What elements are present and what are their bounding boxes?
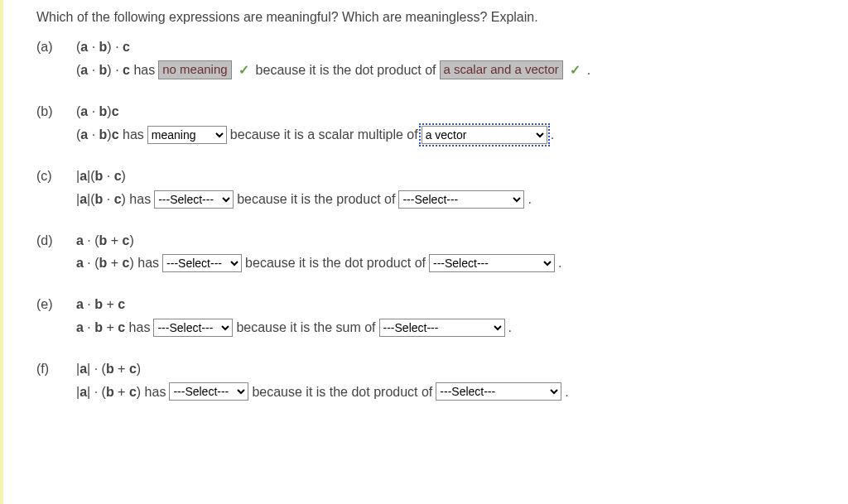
part-c-select-meaning[interactable]: ---Select---meaningno meaning [154, 190, 234, 209]
part-e-select-type[interactable]: ---Select---a scalar and a vectortwo sca… [379, 319, 505, 337]
part-d-select-meaning[interactable]: ---Select---meaningno meaning [162, 254, 242, 272]
part-c-stmt-prefix: |a|(b · c) has [76, 190, 151, 209]
part-e: (e) a · b + c a · b + c has ---Select---… [36, 295, 828, 337]
part-d-expression: a · (b + c) [76, 232, 134, 250]
part-d-mid: because it is the dot product of [245, 254, 426, 272]
part-e-select-meaning[interactable]: ---Select---meaningno meaning [153, 319, 233, 337]
check-icon: ✓ [238, 61, 249, 79]
part-f-select-meaning[interactable]: ---Select---meaningno meaning [169, 382, 248, 401]
part-d-stmt-prefix: a · (b + c) has [76, 254, 159, 272]
part-e-end: . [508, 319, 512, 337]
part-a-stmt-prefix: (a · b) · c has [76, 61, 155, 79]
part-a-end: . [587, 61, 590, 79]
part-a-answer-meaning: no meaning [158, 60, 231, 79]
part-c-label: (c) [36, 167, 76, 185]
part-f-label: (f) [36, 360, 76, 378]
part-b-end: . [551, 126, 554, 144]
part-b-select-type[interactable]: ---Select---a scalar and a vectortwo sca… [422, 126, 547, 144]
part-f-stmt-prefix: |a| · (b + c) has [76, 383, 166, 401]
part-d-select-type[interactable]: ---Select---a scalar and a vectortwo sca… [429, 254, 555, 272]
part-b: (b) (a · b)c (a · b)c has ---Select---me… [36, 103, 828, 144]
part-e-stmt-prefix: a · b + c has [76, 319, 150, 337]
part-a-answer-type: a scalar and a vector [440, 60, 563, 79]
part-f-select-type[interactable]: ---Select---a scalar and a vectortwo sca… [436, 382, 561, 401]
part-b-stmt-prefix: (a · b)c has [76, 126, 144, 144]
part-e-mid: because it is the sum of [236, 319, 375, 337]
part-c-end: . [528, 190, 531, 209]
part-d: (d) a · (b + c) a · (b + c) has ---Selec… [36, 232, 828, 273]
part-e-expression: a · b + c [76, 295, 125, 314]
part-b-expression: (a · b)c [76, 103, 119, 121]
part-d-end: . [558, 254, 561, 272]
part-f-mid: because it is the dot product of [252, 383, 432, 401]
part-a-mid: because it is the dot product of [256, 61, 436, 79]
part-c: (c) |a|(b · c) |a|(b · c) has ---Select-… [36, 167, 828, 209]
part-c-select-type[interactable]: ---Select---a scalar and a vectortwo sca… [398, 190, 524, 209]
part-c-mid: because it is the product of [237, 190, 395, 209]
part-d-label: (d) [36, 232, 76, 250]
question-container: Which of the following expressions are m… [0, 0, 848, 504]
part-f: (f) |a| · (b + c) |a| · (b + c) has ---S… [36, 360, 828, 401]
part-c-expression: |a|(b · c) [76, 167, 126, 185]
part-e-label: (e) [36, 295, 76, 314]
part-b-label: (b) [36, 103, 76, 121]
part-f-end: . [565, 383, 568, 401]
part-a: (a) (a · b) · c (a · b) · c has no meani… [36, 38, 828, 80]
part-a-label: (a) [36, 38, 76, 56]
part-a-expression: (a · b) · c [76, 38, 130, 56]
part-b-mid: because it is a scalar multiple of [230, 126, 418, 144]
question-text: Which of the following expressions are m… [36, 8, 828, 26]
part-f-expression: |a| · (b + c) [76, 360, 141, 378]
check-icon: ✓ [570, 61, 581, 79]
part-b-select-meaning[interactable]: ---Select---meaningno meaning [147, 126, 227, 144]
